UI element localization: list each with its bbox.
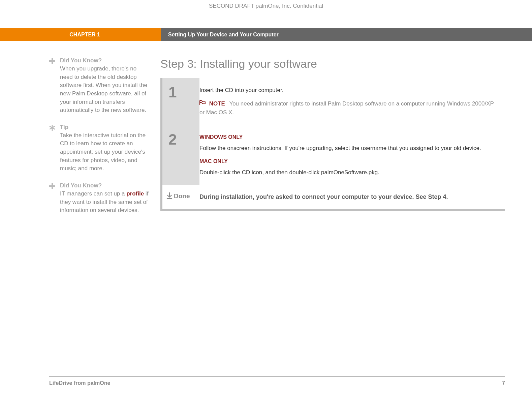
windows-instruction: Follow the onscreen instructions. If you… (199, 144, 497, 153)
done-text: During installation, you're asked to con… (199, 185, 505, 209)
sidebar-item-title: Did You Know? (60, 57, 150, 64)
plus-icon (49, 182, 60, 215)
confidential-header: SECOND DRAFT palmOne, Inc. Confidential (0, 3, 532, 9)
step-instruction: Insert the CD into your computer. (199, 86, 497, 95)
profile-link[interactable]: profile (126, 190, 144, 197)
windows-only-label: WINDOWS ONLY (199, 133, 497, 141)
done-label-text: Done (174, 192, 190, 200)
steps-container: 1 Insert the CD into your computer. NOTE… (160, 78, 505, 211)
step-row-2: 2 WINDOWS ONLY Follow the onscreen instr… (162, 125, 505, 185)
plus-icon (49, 57, 60, 115)
sidebar-item-text: IT managers can set up a profile if they… (60, 190, 150, 215)
step-number: 2 (162, 125, 199, 185)
step-content: Insert the CD into your computer. NOTE Y… (199, 78, 505, 125)
page-content: Did You Know? When you upgrade, there's … (49, 57, 505, 370)
note-label: NOTE (209, 100, 225, 107)
step-content: WINDOWS ONLY Follow the onscreen instruc… (199, 125, 505, 185)
chapter-title: Setting Up Your Device and Your Computer (161, 28, 532, 41)
sidebar-item-title: Did You Know? (60, 182, 150, 189)
sidebar-item-didyouknow-2: Did You Know? IT managers can set up a p… (49, 182, 150, 215)
done-label: Done (162, 185, 199, 209)
mac-only-label: MAC ONLY (199, 157, 497, 165)
step-row-1: 1 Insert the CD into your computer. NOTE… (162, 78, 505, 125)
sidebar-text-pre: IT managers can set up a (60, 190, 126, 197)
chapter-header-bar: CHAPTER 1 Setting Up Your Device and You… (0, 28, 532, 41)
footer-product: LifeDrive from palmOne (49, 380, 110, 386)
sidebar-item-title: Tip (60, 124, 150, 131)
asterisk-icon (49, 124, 60, 173)
sidebar-item-text: When you upgrade, there's no need to del… (60, 65, 150, 115)
down-arrow-icon (166, 192, 173, 201)
step-number: 1 (162, 78, 199, 125)
note-text: You need administrator rights to install… (199, 100, 494, 116)
step-note: NOTE You need administrator rights to in… (199, 99, 497, 117)
main-column: Step 3: Installing your software 1 Inser… (160, 57, 505, 370)
page-footer: LifeDrive from palmOne 7 (49, 376, 505, 386)
page-heading: Step 3: Installing your software (160, 57, 505, 70)
sidebar-item-text: Take the interactive tutorial on the CD … (60, 131, 150, 173)
note-flag-icon (199, 99, 206, 108)
done-row: Done During installation, you're asked t… (162, 185, 505, 209)
sidebar-item-tip: Tip Take the interactive tutorial on the… (49, 124, 150, 173)
mac-instruction: Double-click the CD icon, and then doubl… (199, 168, 497, 177)
sidebar: Did You Know? When you upgrade, there's … (49, 57, 160, 370)
sidebar-item-didyouknow-1: Did You Know? When you upgrade, there's … (49, 57, 150, 115)
chapter-label: CHAPTER 1 (0, 28, 161, 41)
page-number: 7 (502, 380, 505, 386)
